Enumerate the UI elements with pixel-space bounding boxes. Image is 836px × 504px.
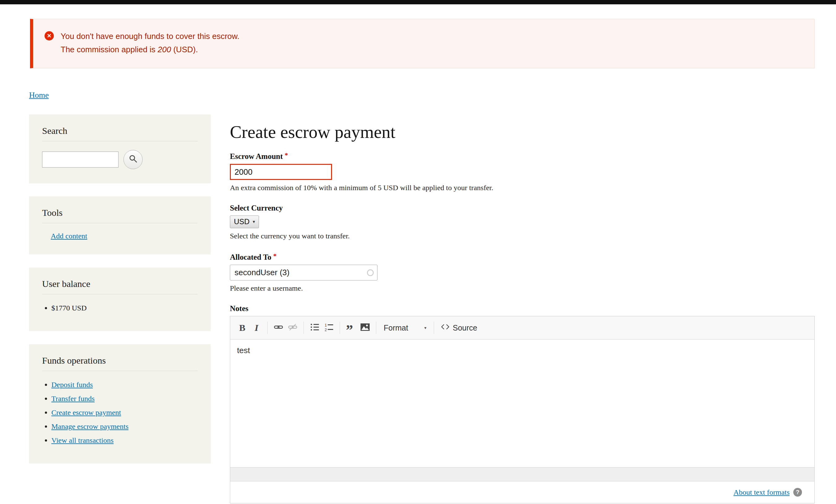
bulleted-list-icon	[310, 323, 319, 333]
currency-field: Select Currency USD ▾ Select the currenc…	[230, 204, 815, 240]
search-block-title: Search	[42, 125, 198, 141]
source-button[interactable]: Source	[438, 321, 480, 335]
about-text-formats-link[interactable]: About text formats	[734, 488, 790, 497]
error-message-box: ✕ You don't have enough funds to cover t…	[30, 19, 815, 68]
format-dropdown-label: Format	[384, 324, 408, 332]
sidebar-link-view-all-transactions[interactable]: View all transactions	[51, 436, 114, 444]
currency-select[interactable]: USD ▾	[230, 215, 259, 228]
error-line-1: You don't have enough funds to cover thi…	[61, 30, 240, 43]
list-item: Manage escrow payments	[51, 422, 198, 432]
tools-block: Tools Add content	[29, 196, 211, 254]
toolbar-separator	[304, 322, 304, 334]
numbered-list-button[interactable]: 1 2	[322, 321, 336, 335]
bulleted-list-button[interactable]	[307, 321, 322, 335]
allocated-to-label: Allocated To	[230, 253, 271, 261]
error-line-2: The commission applied is 200 (USD).	[61, 43, 240, 56]
escrow-amount-label: Escrow Amount	[230, 152, 283, 160]
chevron-down-icon: ▾	[253, 219, 255, 225]
list-item: Create escrow payment	[51, 408, 198, 418]
page-title: Create escrow payment	[230, 122, 815, 142]
currency-label: Select Currency	[230, 204, 283, 212]
list-item: $1770 USD	[51, 303, 198, 313]
svg-text:”: ”	[346, 322, 353, 332]
source-icon	[441, 323, 453, 332]
escrow-amount-help: An extra commission of 10% with a minimu…	[230, 184, 815, 192]
sidebar-link-transfer-funds[interactable]: Transfer funds	[51, 394, 95, 403]
autocomplete-spinner-icon	[367, 269, 374, 276]
sidebar-link-add-content[interactable]: Add content	[51, 232, 87, 240]
error-icon: ✕	[44, 31, 54, 40]
bold-button[interactable]: B	[235, 321, 249, 335]
toolbar-separator	[267, 322, 268, 334]
chevron-down-icon: ▾	[424, 325, 426, 330]
allocated-to-help: Please enter a username.	[230, 284, 815, 292]
blockquote-button[interactable]: ”	[344, 321, 358, 335]
main-content: Create escrow payment Escrow Amount* An …	[230, 114, 815, 504]
user-balance-block: User balance $1770 USD	[29, 268, 211, 331]
svg-text:2: 2	[325, 328, 327, 332]
currency-help: Select the currency you want to transfer…	[230, 232, 815, 240]
search-block: Search	[29, 114, 211, 183]
sidebar-link-deposit-funds[interactable]: Deposit funds	[51, 381, 93, 389]
link-button[interactable]	[271, 321, 286, 335]
editor-resize-bar[interactable]	[230, 467, 814, 481]
editor-content-area[interactable]: test	[230, 340, 814, 467]
funds-operations-title: Funds operations	[42, 355, 198, 371]
admin-toolbar	[0, 0, 836, 4]
numbered-list-icon: 1 2	[324, 323, 334, 333]
escrow-amount-field: Escrow Amount* An extra commission of 10…	[230, 151, 815, 192]
notes-editor: B I	[230, 316, 815, 503]
currency-select-value: USD	[234, 217, 250, 226]
escrow-amount-input[interactable]	[230, 164, 332, 180]
required-asterisk: *	[273, 252, 277, 260]
notes-label: Notes	[230, 304, 248, 313]
tools-block-title: Tools	[42, 208, 198, 223]
required-asterisk: *	[285, 151, 288, 159]
search-icon	[128, 154, 138, 165]
breadcrumb: Home	[29, 91, 836, 100]
allocated-to-field: Allocated To* Please enter a username.	[230, 252, 815, 292]
user-balance-title: User balance	[42, 278, 198, 294]
breadcrumb-home-link[interactable]: Home	[29, 91, 49, 100]
source-button-label: Source	[453, 324, 477, 332]
editor-toolbar: B I	[230, 316, 814, 340]
user-balance-amount: $1770 USD	[51, 304, 87, 312]
blockquote-icon: ”	[346, 322, 356, 334]
search-button[interactable]	[124, 150, 142, 169]
unlink-icon	[288, 323, 297, 333]
notes-field: Notes B I	[230, 304, 815, 504]
sidebar-link-create-escrow-payment[interactable]: Create escrow payment	[51, 408, 121, 416]
error-line-2-pre: The commission applied is	[61, 45, 158, 54]
text-format-help-row: About text formats ?	[230, 481, 814, 503]
image-button[interactable]	[358, 321, 372, 335]
funds-operations-block: Funds operations Deposit funds Transfer …	[29, 344, 211, 464]
allocated-to-input[interactable]	[230, 265, 378, 280]
list-item: Transfer funds	[51, 394, 198, 404]
sidebar-link-manage-escrow-payments[interactable]: Manage escrow payments	[51, 422, 128, 430]
help-question-icon: ?	[793, 488, 802, 497]
toolbar-separator	[376, 322, 376, 334]
link-icon	[274, 323, 283, 333]
sidebar: Search Tools	[29, 114, 211, 477]
error-line-2-post: (USD).	[171, 45, 198, 54]
unlink-button[interactable]	[286, 321, 300, 335]
list-item: Deposit funds	[51, 380, 198, 390]
svg-text:1: 1	[325, 323, 327, 327]
error-commission-amount: 200	[158, 45, 171, 54]
italic-button[interactable]: I	[249, 321, 264, 335]
search-input[interactable]	[42, 152, 118, 168]
toolbar-separator	[340, 322, 340, 334]
format-dropdown[interactable]: Format ▾	[380, 321, 430, 335]
image-icon	[360, 323, 370, 333]
list-item: View all transactions	[51, 435, 198, 446]
